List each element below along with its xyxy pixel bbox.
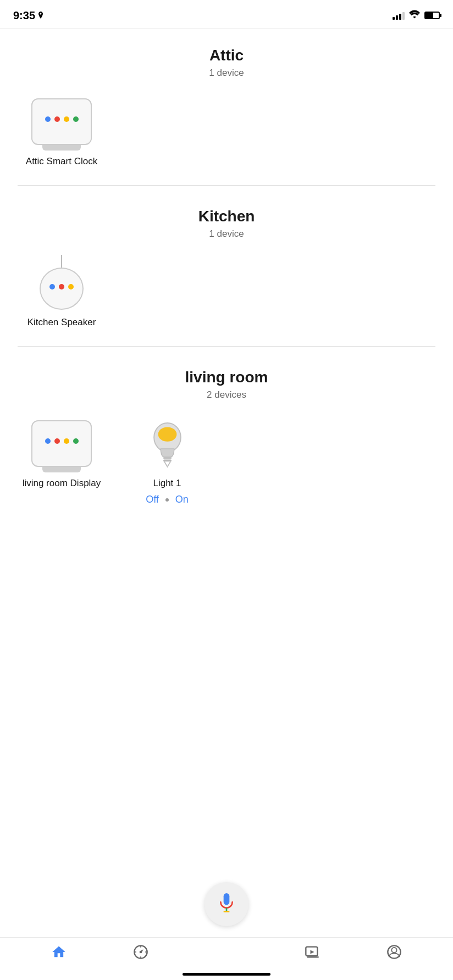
kitchen-title: Kitchen [18,208,435,225]
living-room-title: living room [18,369,435,386]
speaker-circle [40,268,84,310]
signal-icon [393,11,405,20]
main-content: Attic 1 device [0,29,453,519]
nav-account[interactable] [375,942,413,962]
dot-blue [45,116,51,122]
nav-media[interactable] [294,942,331,962]
attic-title: Attic [18,47,435,64]
living-room-display-name: living room Display [23,477,101,489]
dot-blue [45,438,51,444]
bottom-nav [0,937,453,971]
attic-device-count: 1 device [18,68,435,79]
attic-section: Attic 1 device [18,29,435,181]
attic-devices: Attic Smart Clock [18,94,435,168]
living-room-display-icon-wrapper [29,416,95,471]
display-icon [31,98,92,145]
account-icon [386,944,402,960]
living-room-devices: living room Display [18,416,435,505]
light-bulb-svg [147,417,188,470]
dot-red [54,438,60,444]
light-on-button[interactable]: On [175,494,189,505]
divider-1 [18,185,435,186]
light-1-name: Light 1 [153,477,181,489]
kitchen-speaker-item[interactable]: Kitchen Speaker [18,255,106,328]
mic-icon [218,893,235,915]
kitchen-devices: Kitchen Speaker [18,255,435,328]
svg-rect-2 [163,457,172,459]
svg-rect-3 [163,459,172,461]
svg-point-1 [158,427,176,441]
wifi-icon [409,10,420,21]
dots-row [45,116,79,122]
light-1-icon-wrapper [134,416,200,471]
kitchen-section: Kitchen 1 device [18,190,435,342]
light-control-separator [165,498,169,502]
speaker-icon [34,255,89,310]
status-icons [393,10,440,21]
light-1-controls: Off On [146,494,189,505]
nav-explore[interactable] [122,942,159,962]
kitchen-speaker-icon-wrapper [29,255,95,310]
location-icon [37,12,44,19]
svg-point-17 [392,948,397,953]
dot-green [73,438,79,444]
nav-home[interactable] [40,942,78,962]
attic-smart-clock-name: Attic Smart Clock [26,155,97,168]
living-room-display-item[interactable]: living room Display [18,416,106,505]
dot-red [54,116,60,122]
media-icon [305,944,320,960]
dot-red [59,284,64,289]
attic-smart-clock-icon [29,94,95,149]
svg-marker-14 [310,950,314,954]
home-indicator [183,973,270,976]
mic-button-area [0,893,453,937]
battery-icon [424,12,440,19]
dot-blue [49,284,55,289]
kitchen-speaker-name: Kitchen Speaker [27,316,96,328]
mic-button[interactable] [205,882,248,926]
light-off-button[interactable]: Off [146,494,159,505]
status-time: 9:35 [13,9,44,22]
living-room-section: living room 2 devices [18,351,435,519]
explore-icon [133,944,148,960]
divider-2 [18,346,435,347]
light-1-item[interactable]: Light 1 Off On [123,416,211,505]
dot-green [73,116,79,122]
svg-rect-4 [224,893,230,905]
kitchen-device-count: 1 device [18,229,435,240]
attic-smart-clock-item[interactable]: Attic Smart Clock [18,94,106,168]
living-room-display-icon [31,420,92,467]
status-bar: 9:35 [0,0,453,29]
dot-yellow [64,116,69,122]
dot-yellow [64,438,69,444]
lr-dots-row [45,438,79,444]
dot-yellow [68,284,74,289]
home-icon [51,944,67,960]
living-room-device-count: 2 devices [18,389,435,400]
light-bulb-icon [140,413,195,474]
speaker-dots-row [49,284,74,289]
bottom-area [0,893,453,980]
